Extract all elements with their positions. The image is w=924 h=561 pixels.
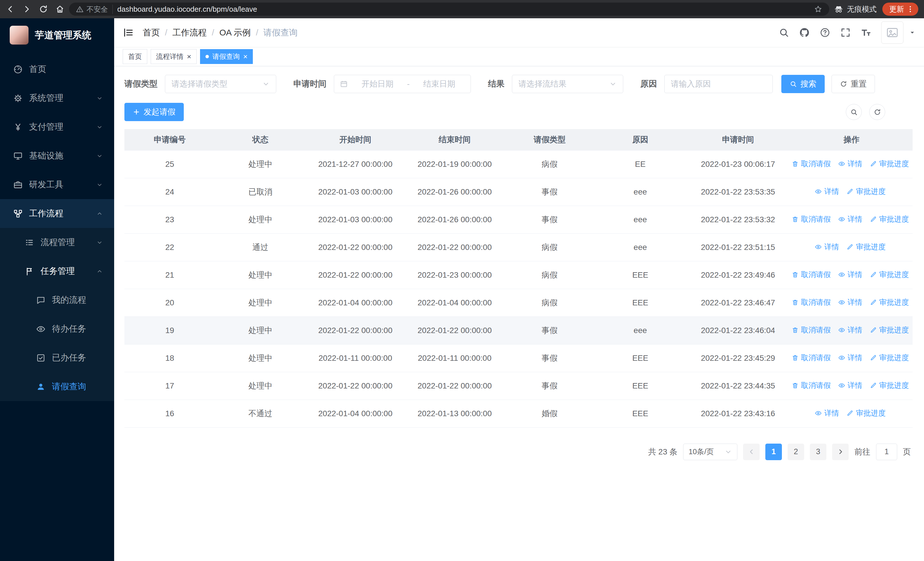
tab-home[interactable]: 首页	[123, 49, 147, 64]
header-search-icon[interactable]	[778, 27, 789, 38]
prev-page-button[interactable]	[743, 444, 760, 460]
approval-progress-link[interactable]: 审批进度	[846, 242, 885, 252]
cell-actions: 取消请假详情审批进度	[790, 289, 913, 316]
create-leave-button[interactable]: 发起请假	[124, 103, 184, 121]
tab-process-detail[interactable]: 流程详情×	[151, 49, 196, 64]
detail-link[interactable]: 详情	[815, 242, 839, 252]
close-tab-icon[interactable]: ×	[187, 53, 191, 60]
table-row: 20处理中2022-01-04 00:00:002022-01-04 00:00…	[124, 289, 913, 316]
back-icon[interactable]	[6, 5, 15, 14]
bookmark-star-icon[interactable]	[814, 5, 822, 14]
page-size-select[interactable]: 10条/页	[683, 444, 737, 460]
detail-link[interactable]: 详情	[838, 381, 862, 391]
cancel-leave-link[interactable]: 取消请假	[792, 159, 831, 169]
font-size-icon[interactable]	[861, 27, 872, 38]
page-button-2[interactable]: 2	[788, 444, 804, 460]
detail-link[interactable]: 详情	[838, 325, 862, 335]
reason-input[interactable]	[664, 75, 773, 93]
detail-link[interactable]: 详情	[838, 159, 862, 169]
goto-page-input[interactable]	[876, 444, 897, 460]
detail-link[interactable]: 详情	[838, 353, 862, 363]
detail-link[interactable]: 详情	[815, 408, 839, 418]
cell-id: 20	[124, 289, 215, 316]
sidebar-item-system[interactable]: 系统管理	[0, 84, 114, 113]
result-select[interactable]: 请选择流结果	[512, 75, 623, 93]
logo[interactable]: 芋道管理系统	[0, 18, 114, 52]
apply-time-range-picker[interactable]: 开始日期 - 结束日期	[334, 75, 471, 93]
edit-icon	[870, 354, 877, 361]
approval-progress-link[interactable]: 审批进度	[870, 214, 909, 224]
reset-button[interactable]: 重置	[831, 75, 875, 93]
approval-progress-link[interactable]: 审批进度	[870, 159, 909, 169]
cancel-leave-link[interactable]: 取消请假	[792, 297, 831, 307]
detail-link[interactable]: 详情	[815, 186, 839, 197]
search-button[interactable]: 搜索	[782, 75, 825, 93]
security-chip[interactable]: 不安全	[76, 5, 113, 14]
cell-reason: eee	[595, 178, 686, 206]
sidebar-item-label: 已办任务	[52, 352, 86, 364]
incognito-label: 无痕模式	[847, 4, 877, 14]
yen-icon	[13, 122, 23, 132]
github-icon[interactable]	[799, 27, 810, 38]
leave-type-select[interactable]: 请选择请假类型	[165, 75, 276, 93]
sidebar-item-my-process[interactable]: 我的流程	[0, 286, 114, 314]
breadcrumb-item[interactable]: 工作流程	[172, 27, 207, 39]
sidebar-item-task-mgmt[interactable]: 任务管理	[0, 257, 114, 286]
cell-type: 事假	[504, 316, 595, 344]
user-avatar[interactable]	[881, 21, 903, 44]
table-row: 23处理中2022-01-03 00:00:002022-01-26 00:00…	[124, 206, 913, 233]
user-caret-down-icon[interactable]	[909, 29, 915, 36]
approval-progress-link[interactable]: 审批进度	[870, 270, 909, 280]
sidebar-item-infrastructure[interactable]: 基础设施	[0, 141, 114, 170]
sidebar-item-label: 我的流程	[52, 294, 86, 306]
cancel-leave-link[interactable]: 取消请假	[792, 381, 831, 391]
breadcrumb-item[interactable]: 首页	[142, 27, 160, 39]
update-button[interactable]: 更新	[882, 3, 918, 16]
fullscreen-icon[interactable]	[840, 27, 851, 38]
tab-leave-query[interactable]: 请假查询×	[200, 49, 253, 64]
table-refresh-button[interactable]	[869, 104, 885, 120]
action-label: 审批进度	[879, 381, 909, 391]
home-icon[interactable]	[56, 5, 64, 14]
sidebar-item-payment[interactable]: 支付管理	[0, 113, 114, 141]
approval-progress-link[interactable]: 审批进度	[846, 186, 885, 197]
help-icon[interactable]	[819, 27, 830, 38]
table-search-toggle-button[interactable]	[846, 104, 862, 120]
sidebar-item-leave-query[interactable]: 请假查询	[0, 372, 114, 401]
cancel-leave-link[interactable]: 取消请假	[792, 325, 831, 335]
approval-progress-link[interactable]: 审批进度	[870, 325, 909, 335]
sidebar-item-done-tasks[interactable]: 已办任务	[0, 343, 114, 372]
sidebar-item-home[interactable]: 首页	[0, 55, 114, 84]
cell-apply_time: 2022-01-22 23:49:46	[686, 261, 790, 289]
cancel-leave-link[interactable]: 取消请假	[792, 214, 831, 224]
detail-link[interactable]: 详情	[838, 270, 862, 280]
app-title: 芋道管理系统	[35, 29, 92, 42]
approval-progress-link[interactable]: 审批进度	[870, 381, 909, 391]
detail-link[interactable]: 详情	[838, 214, 862, 224]
sidebar-item-todo-tasks[interactable]: 待办任务	[0, 314, 114, 343]
page-button-3[interactable]: 3	[810, 444, 826, 460]
sidebar-item-workflow[interactable]: 工作流程	[0, 199, 114, 228]
close-tab-icon[interactable]: ×	[243, 53, 248, 60]
url-bar[interactable]: 不安全 dashboard.yudao.iocoder.cn/bpm/oa/le…	[69, 3, 829, 16]
cell-actions: 取消请假详情审批进度	[790, 372, 913, 400]
sidebar-item-process-mgmt[interactable]: 流程管理	[0, 228, 114, 257]
page-button-1[interactable]: 1	[765, 444, 782, 460]
sidebar-item-devtools[interactable]: 研发工具	[0, 170, 114, 199]
cell-start: 2022-01-22 00:00:00	[306, 372, 405, 400]
approval-progress-link[interactable]: 审批进度	[870, 353, 909, 363]
cancel-leave-link[interactable]: 取消请假	[792, 353, 831, 363]
next-page-button[interactable]	[832, 444, 849, 460]
approval-progress-link[interactable]: 审批进度	[846, 408, 885, 418]
cell-reason: eee	[595, 233, 686, 261]
breadcrumb-item[interactable]: OA 示例	[219, 27, 251, 39]
kebab-menu-icon[interactable]	[906, 5, 914, 13]
reload-icon[interactable]	[39, 5, 48, 14]
trash-icon	[792, 160, 799, 167]
approval-progress-link[interactable]: 审批进度	[870, 297, 909, 307]
cell-status: 已取消	[215, 178, 306, 206]
cancel-leave-link[interactable]: 取消请假	[792, 270, 831, 280]
forward-icon[interactable]	[22, 5, 32, 14]
detail-link[interactable]: 详情	[838, 297, 862, 307]
menu-fold-icon[interactable]	[123, 27, 134, 38]
